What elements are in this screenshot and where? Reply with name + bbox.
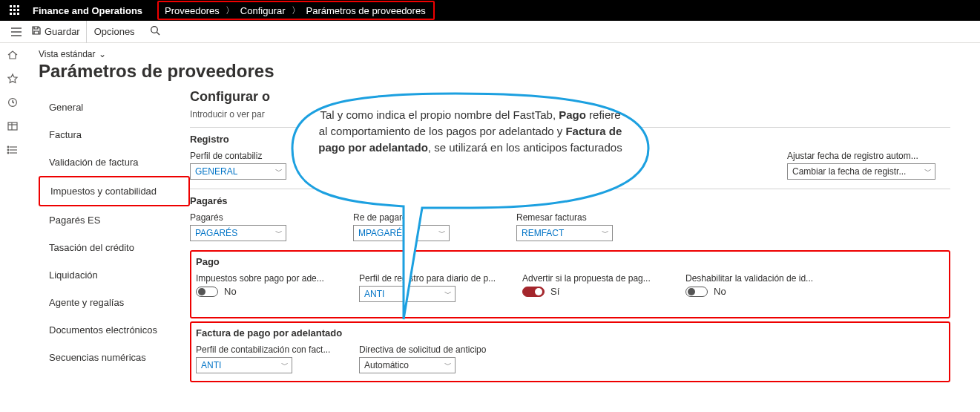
directiva-label: Directiva de solicitud de anticipo [359, 344, 507, 355]
star-icon[interactable] [7, 73, 19, 85]
chevron-right-icon: 〉 [226, 4, 234, 17]
chevron-down-icon: ⌄ [99, 49, 106, 59]
options-button[interactable]: Opciones [87, 26, 142, 37]
svg-point-23 [7, 152, 9, 154]
ajustar-dropdown[interactable]: Cambiar la fecha de registr...﹀ [787, 163, 935, 180]
svg-rect-3 [10, 9, 12, 11]
svg-rect-4 [13, 9, 16, 11]
toggle-text: No [224, 286, 237, 297]
brand-label: Finance and Operations [30, 5, 153, 16]
svg-rect-6 [10, 13, 12, 15]
deshab-label: Deshabilitar la validación de id... [685, 273, 834, 284]
home-icon[interactable] [7, 49, 19, 61]
sidenav-item-secuencias[interactable]: Secuencias numéricas [39, 344, 190, 371]
breadcrumb-item[interactable]: Configurar [240, 5, 286, 16]
toggle-text: No [714, 286, 726, 297]
ajustar-label: Ajustar fecha de registro autom... [787, 151, 950, 161]
imp-toggle[interactable] [196, 287, 218, 297]
sidenav-item-impuestos[interactable]: Impuestos y contabilidad [39, 176, 190, 206]
svg-rect-15 [8, 122, 17, 130]
sidenav-item-liquidacion[interactable]: Liquidación [39, 261, 190, 289]
svg-point-12 [151, 27, 157, 33]
fasttab-facturapa[interactable]: Factura de pago por adelantado [196, 327, 944, 343]
chevron-down-icon: ﹀ [924, 166, 932, 177]
sidenav-item-validacion[interactable]: Validación de factura [39, 148, 190, 176]
callout-text: Tal y como indica el propio nombre del F… [320, 108, 559, 121]
waffle-icon[interactable] [0, 0, 30, 21]
page-title: Parámetros de proveedores [39, 61, 980, 82]
chevron-right-icon: 〉 [292, 4, 300, 17]
perfilfact-label: Perfil de contabilización con fact... [196, 344, 344, 355]
directiva-dropdown[interactable]: Automático﹀ [359, 357, 456, 373]
chevron-down-icon: ﹀ [444, 360, 452, 370]
annotation-callout: Tal y como indica el propio nombre del F… [248, 89, 663, 238]
content: Vista estándar ⌄ Parámetros de proveedor… [25, 43, 980, 412]
callout-bold-1: Pago [559, 108, 586, 121]
save-icon [31, 25, 42, 38]
perfilfact-dropdown[interactable]: ANTI﹀ [196, 357, 292, 373]
search-icon[interactable] [142, 25, 168, 38]
deshab-toggle[interactable] [685, 287, 708, 297]
facturapa-highlight-box: Factura de pago por adelantado Perfil de… [190, 321, 950, 382]
breadcrumb-item[interactable]: Parámetros de proveedores [306, 5, 426, 16]
svg-rect-7 [13, 13, 16, 15]
save-label: Guardar [45, 26, 80, 37]
breadcrumb-item[interactable]: Proveedores [165, 5, 220, 16]
sidenav-item-pagareses[interactable]: Pagarés ES [39, 206, 190, 234]
svg-rect-2 [17, 5, 19, 7]
save-button[interactable]: Guardar [28, 21, 87, 43]
svg-rect-1 [13, 5, 16, 7]
side-nav: General Factura Validación de factura Im… [39, 89, 190, 385]
app-header: Finance and Operations Proveedores 〉 Con… [0, 0, 980, 21]
callout-text: , se utilizará en los anticipos facturad… [428, 141, 622, 154]
toolbar: Guardar Opciones [0, 21, 980, 43]
grid-icon[interactable] [7, 120, 19, 132]
list-icon[interactable] [7, 144, 19, 156]
left-rail [0, 43, 25, 412]
clock-icon[interactable] [7, 97, 19, 108]
hamburger-icon[interactable] [6, 22, 27, 42]
breadcrumb: Proveedores 〉 Configurar 〉 Parámetros de… [157, 1, 435, 20]
svg-line-13 [157, 33, 160, 36]
view-selector[interactable]: Vista estándar ⌄ [39, 49, 980, 59]
sidenav-item-tasacion[interactable]: Tasación del crédito [39, 234, 190, 261]
svg-rect-0 [10, 5, 12, 7]
sidenav-item-factura[interactable]: Factura [39, 121, 190, 148]
sidenav-item-general[interactable]: General [39, 94, 190, 121]
svg-point-21 [7, 146, 9, 148]
sidenav-item-documentos[interactable]: Documentos electrónicos [39, 316, 190, 344]
svg-rect-8 [17, 13, 19, 15]
sidenav-item-agente[interactable]: Agente y regalías [39, 289, 190, 316]
svg-point-22 [7, 149, 9, 151]
svg-rect-5 [17, 9, 19, 11]
chevron-down-icon: ﹀ [281, 360, 289, 370]
